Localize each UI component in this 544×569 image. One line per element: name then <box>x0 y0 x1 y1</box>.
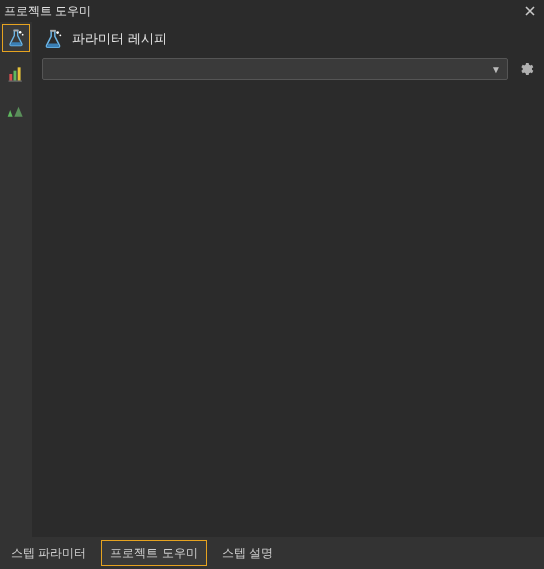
triangle-icon <box>6 100 26 120</box>
svg-point-1 <box>19 31 22 34</box>
chevron-down-icon: ▼ <box>491 64 501 75</box>
svg-rect-4 <box>14 71 17 81</box>
svg-rect-3 <box>9 74 12 81</box>
tab-label: 스텝 설명 <box>222 545 273 562</box>
main-panel: 파라미터 레시피 ▼ <box>32 22 544 537</box>
flask-icon <box>6 28 26 48</box>
tab-label: 프로젝트 도우미 <box>110 545 197 562</box>
tab-step-description[interactable]: 스텝 설명 <box>213 540 282 566</box>
barchart-icon <box>6 64 26 84</box>
bottom-tabs: 스텝 파라미터 프로젝트 도우미 스텝 설명 <box>0 537 544 569</box>
sidebar-item-recipe[interactable] <box>2 24 30 52</box>
content-area <box>32 84 544 537</box>
sidebar-item-chart[interactable] <box>2 60 30 88</box>
svg-point-2 <box>22 34 24 36</box>
settings-button[interactable] <box>516 59 536 79</box>
recipe-dropdown[interactable]: ▼ <box>42 58 508 80</box>
svg-rect-7 <box>50 30 56 32</box>
tab-project-helper[interactable]: 프로젝트 도우미 <box>101 540 206 566</box>
svg-point-9 <box>59 34 61 36</box>
window-title: 프로젝트 도우미 <box>4 3 522 20</box>
flask-icon <box>42 28 64 50</box>
svg-rect-5 <box>18 67 21 80</box>
sidebar <box>0 22 32 537</box>
gear-icon <box>518 61 534 77</box>
panel-header: 파라미터 레시피 <box>32 22 544 54</box>
close-button[interactable] <box>522 3 538 19</box>
close-icon <box>524 5 536 17</box>
panel-title: 파라미터 레시피 <box>72 30 167 48</box>
dropdown-row: ▼ <box>32 54 544 84</box>
tab-step-parameter[interactable]: 스텝 파라미터 <box>2 540 95 566</box>
tab-label: 스텝 파라미터 <box>11 545 86 562</box>
sidebar-item-triangle[interactable] <box>2 96 30 124</box>
svg-point-8 <box>56 31 59 34</box>
body: 파라미터 레시피 ▼ <box>0 22 544 537</box>
titlebar: 프로젝트 도우미 <box>0 0 544 22</box>
svg-rect-0 <box>14 30 19 32</box>
